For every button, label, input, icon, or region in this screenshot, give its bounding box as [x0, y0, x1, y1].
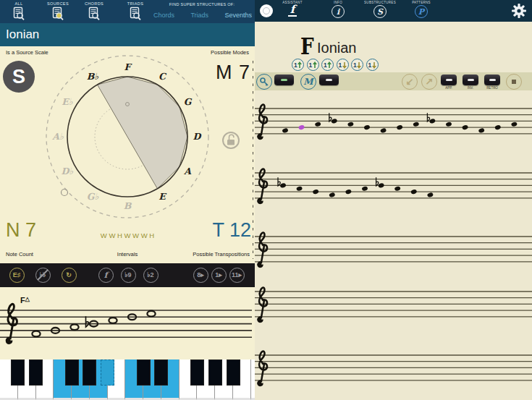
find-option-chords[interactable]: Chords [153, 12, 174, 19]
toolbar-button-double-flat-disabled[interactable]: ♭♭ [35, 268, 51, 283]
circle-note-6[interactable]: E [159, 191, 167, 202]
piano-black-key-C#[interactable] [11, 359, 25, 386]
pattern-note[interactable] [462, 124, 468, 130]
find-option-sevenths[interactable]: Sevenths [224, 12, 252, 19]
mode-m-button[interactable]: M [300, 74, 316, 90]
circle-note-11[interactable]: E♭ [62, 96, 73, 107]
whole-note[interactable] [32, 331, 40, 337]
circle-note-8[interactable]: G♭ [87, 191, 99, 202]
toolbar-button-enharmonic-e-sharp[interactable]: E♯ [9, 268, 25, 283]
pattern-note[interactable] [445, 122, 452, 127]
pattern-note[interactable] [427, 192, 434, 198]
document-search-icon [129, 7, 142, 21]
pattern-note[interactable] [494, 124, 501, 130]
toolbar-button-cycle-enharmonics[interactable]: ↻ [62, 268, 77, 283]
button-led [446, 79, 452, 81]
piano-black-key-F#[interactable] [65, 359, 79, 386]
circle-note-12[interactable]: B♭ [87, 71, 99, 82]
transpositions-value: T 12 [212, 219, 251, 242]
pattern-note[interactable] [279, 183, 286, 189]
circle-note-5[interactable]: A [183, 166, 192, 176]
circle-note-10[interactable]: A♭ [51, 131, 64, 142]
pattern-step-badge-4[interactable]: 1 [337, 59, 349, 71]
pattern-note[interactable] [429, 119, 436, 124]
piano-keyboard[interactable] [0, 359, 255, 400]
button-led [326, 79, 332, 81]
left-tab-label: SOURCES [47, 1, 69, 6]
circle-note-3[interactable]: G [184, 96, 193, 107]
pattern-step-badge-2[interactable]: 1 [307, 59, 319, 71]
playback-toggle-2[interactable] [319, 75, 339, 85]
settings-gear-icon[interactable] [511, 3, 527, 19]
circle-note-9[interactable]: D♭ [61, 166, 73, 176]
pattern-note-highlighted[interactable] [298, 124, 305, 130]
toolbar-button-octave-play[interactable]: 8▸ [193, 268, 208, 283]
pattern-step-badge-6[interactable]: 1 [366, 59, 379, 71]
piano-black-key-F#[interactable] [190, 359, 204, 386]
pattern-note[interactable] [363, 124, 370, 130]
key-signature-button[interactable] [256, 74, 272, 90]
pattern-note[interactable] [378, 183, 384, 189]
pattern-note[interactable] [478, 128, 485, 134]
pattern-step-badge-5[interactable]: 1 [351, 59, 363, 71]
pattern-note[interactable] [329, 192, 335, 198]
pattern-note[interactable] [282, 128, 288, 134]
toolbar-button-glyph: ↻ [66, 271, 72, 278]
pattern-note[interactable] [296, 186, 303, 192]
right-nav-label: SUBSTRUCTURES [364, 1, 396, 4]
left-tab-chords[interactable]: CHORDS [74, 1, 114, 21]
pattern-note[interactable] [413, 122, 419, 127]
toolbar-button-function-f[interactable]: f [98, 268, 114, 283]
piano-black-key-D#[interactable] [154, 359, 168, 386]
whole-note[interactable] [109, 318, 117, 323]
piano-black-key-G#[interactable] [83, 359, 96, 386]
retro-button[interactable] [484, 75, 500, 85]
toolbar-button-updown-play[interactable]: 11▸ [229, 268, 245, 283]
toolbar-button-glyph: 1▸ [215, 271, 222, 278]
circle-note-2[interactable]: C [159, 71, 167, 82]
transpose-down-button[interactable]: ↙ [402, 74, 418, 90]
left-tab-all[interactable]: ALL [0, 1, 39, 21]
pattern-note[interactable] [394, 186, 401, 192]
circle-note-4[interactable]: D [193, 131, 203, 142]
circle-note-1[interactable]: F [124, 61, 132, 72]
pattern-note[interactable] [361, 186, 368, 192]
piano-black-key-G#[interactable] [208, 359, 222, 386]
transpose-up-button[interactable]: ↗ [421, 74, 437, 90]
transpositions-label: Possible Transpositions [193, 251, 250, 258]
badge-arrow-up [327, 61, 332, 69]
pattern-scale-name: Ionian [317, 40, 357, 56]
pattern-note[interactable] [345, 189, 352, 195]
pattern-step-badge-1[interactable]: 1 [292, 59, 304, 71]
whole-note[interactable] [70, 324, 78, 330]
piano-black-key-A#[interactable] [227, 359, 240, 386]
playback-toggle-1[interactable] [274, 75, 294, 85]
stop-button[interactable] [506, 74, 522, 90]
pattern-note[interactable] [331, 119, 337, 124]
toolbar-button-flat-9[interactable]: ♭9 [121, 268, 136, 283]
circle-note-7[interactable]: B [124, 200, 132, 211]
pattern-note[interactable] [315, 122, 321, 127]
inv-button[interactable] [463, 75, 478, 85]
pattern-note[interactable] [380, 128, 387, 134]
left-tab-triads[interactable]: TRIADS [115, 1, 156, 21]
pattern-step-badge-3[interactable]: 1 [321, 59, 334, 71]
pattern-note[interactable] [410, 189, 417, 195]
right-nav-patterns[interactable]: PATTERNSP [392, 1, 450, 18]
whole-note[interactable] [147, 311, 155, 317]
find-option-triads[interactable]: Triads [190, 12, 208, 19]
pattern-note[interactable] [511, 122, 518, 127]
lock-icon[interactable] [223, 132, 239, 148]
circle-drag-marker[interactable] [62, 190, 68, 196]
patterns-icon: P [415, 5, 428, 18]
piano-black-key-D#[interactable] [29, 359, 43, 386]
pattern-note[interactable] [313, 189, 319, 195]
toolbar-button-flat-2[interactable]: ♭2 [143, 268, 159, 283]
pattern-note[interactable] [347, 122, 354, 127]
toolbar-button-up-play[interactable]: 1▸ [211, 268, 227, 283]
pattern-note[interactable] [397, 124, 403, 130]
piano-black-key-Bb[interactable] [101, 359, 114, 386]
piano-black-key-C#[interactable] [137, 359, 151, 386]
app-button[interactable] [441, 75, 457, 85]
left-tab-sources[interactable]: SOURCES [38, 1, 78, 21]
